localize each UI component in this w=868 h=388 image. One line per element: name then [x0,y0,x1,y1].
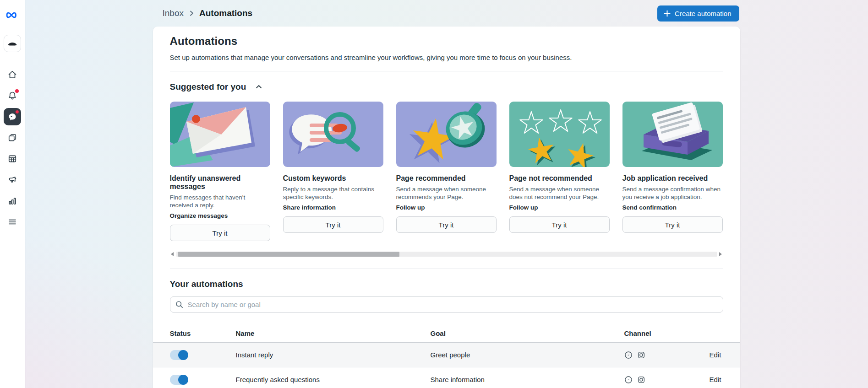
plus-icon [664,10,671,17]
try-it-button[interactable]: Try it [283,216,383,233]
create-automation-button[interactable]: Create automation [657,5,739,22]
search-icon [175,301,183,308]
table-row: Frequently asked questions Share informa… [153,367,740,388]
instagram-icon [637,376,645,384]
suggestion-card-page-not-recommended: Page not recommended Send a message when… [509,102,610,241]
content-pages-icon [7,133,17,143]
table-row: Instant reply Greet people [153,343,740,367]
sidebar-item-planner[interactable] [4,150,21,167]
toggle-knob [178,375,188,385]
top-bar: Inbox Automations Create automation [153,0,740,27]
bar-chart-icon [7,196,17,206]
status-toggle-on[interactable] [170,375,188,385]
meta-logo-icon[interactable] [5,8,19,22]
sidebar [0,0,25,388]
suggestion-card-identify-unanswered: Identify unanswered messages Find messag… [170,102,270,241]
automation-name: Instant reply [236,351,431,359]
breadcrumb: Inbox Automations [163,8,253,18]
card-description: Send a message when someone does not rec… [509,186,610,201]
inbox-badge [15,110,19,114]
edit-link[interactable]: Edit [710,351,721,359]
card-description: Reply to a message that contains specifi… [283,186,383,201]
notification-badge [15,89,19,93]
table-header-row: Status Name Goal Channel [153,324,740,343]
sidebar-item-content[interactable] [4,129,21,146]
sidebar-item-notifications[interactable] [4,87,21,104]
column-name: Name [236,329,431,337]
automation-goal: Share information [431,376,624,383]
suggestion-card-job-application: Job application received Send a message … [622,102,723,241]
your-automations-title: Your automations [170,279,723,289]
messenger-icon [624,351,633,359]
card-description: Find messages that haven't received a re… [170,194,270,209]
sidebar-item-insights[interactable] [4,192,21,210]
suggested-section-header: Suggested for you [170,82,723,92]
automations-table: Status Name Goal Channel Instant reply G… [153,324,740,388]
suggested-cards-row: Identify unanswered messages Find messag… [170,102,723,241]
suggestion-card-page-recommended: Page recommended Send a message when som… [396,102,497,241]
scroll-left-arrow[interactable] [170,251,175,257]
envelope-illustration [170,102,270,167]
automations-panel: Automations Set up automations that mana… [153,27,740,388]
card-description: Send a message when someone recommends y… [396,186,497,201]
divider [170,269,723,269]
card-tag: Share information [283,204,383,211]
status-toggle-on[interactable] [170,350,188,360]
try-it-button[interactable]: Try it [509,216,610,233]
breadcrumb-automations: Automations [199,8,252,18]
star-stamp-illustration [396,102,497,167]
card-description: Send a message confirmation when you rec… [622,186,723,201]
job-application-illustration [622,102,723,167]
try-it-button[interactable]: Try it [170,225,270,241]
business-avatar[interactable] [4,35,21,52]
sidebar-item-inbox[interactable] [4,108,21,125]
card-tag: Follow up [396,204,497,211]
hamburger-menu-icon [7,217,17,227]
divider [170,71,723,71]
automation-goal: Greet people [431,351,624,359]
automation-name: Frequently asked questions [236,376,431,383]
card-tag: Organize messages [170,212,270,219]
card-title: Page not recommended [509,174,610,183]
scrollbar-track[interactable] [176,252,717,257]
edit-link[interactable]: Edit [710,376,721,383]
create-automation-label: Create automation [675,10,731,17]
sidebar-item-home[interactable] [4,66,21,83]
cards-horizontal-scrollbar [170,251,723,257]
page-subtitle: Set up automations that manage your conv… [170,54,723,61]
column-goal: Goal [431,329,624,337]
try-it-button[interactable]: Try it [622,216,723,233]
keyword-search-illustration [283,102,383,167]
card-tag: Follow up [509,204,610,211]
column-status: Status [170,329,236,337]
sidebar-item-all-tools[interactable] [4,213,21,231]
card-title: Custom keywords [283,174,383,183]
sidebar-item-ads[interactable] [4,171,21,189]
card-title: Job application received [622,174,723,183]
chevron-right-icon [188,10,195,16]
scrollbar-thumb[interactable] [178,252,400,257]
card-title: Page recommended [396,174,497,183]
suggested-title: Suggested for you [170,82,246,92]
column-channel: Channel [624,329,710,337]
page-title: Automations [170,35,723,48]
content-area: Inbox Automations Create automation Auto… [25,0,868,388]
three-stars-illustration [509,102,610,167]
try-it-button[interactable]: Try it [396,216,497,233]
breadcrumb-inbox[interactable]: Inbox [163,8,184,18]
avatar-image [5,37,19,50]
home-icon [7,70,17,80]
instagram-icon [637,351,645,359]
card-title: Identify unanswered messages [170,174,270,191]
app-window: Inbox Automations Create automation Auto… [0,0,868,388]
card-tag: Send confirmation [622,204,723,211]
toggle-knob [178,350,188,360]
messenger-icon [624,376,633,384]
search-container [170,296,723,313]
suggestion-card-custom-keywords: Custom keywords Reply to a message that … [283,102,383,241]
search-input[interactable] [170,296,723,313]
planner-grid-icon [7,154,17,164]
collapse-chevron-up-icon[interactable] [255,83,262,91]
megaphone-icon [7,175,17,185]
scroll-right-arrow[interactable] [718,251,723,257]
